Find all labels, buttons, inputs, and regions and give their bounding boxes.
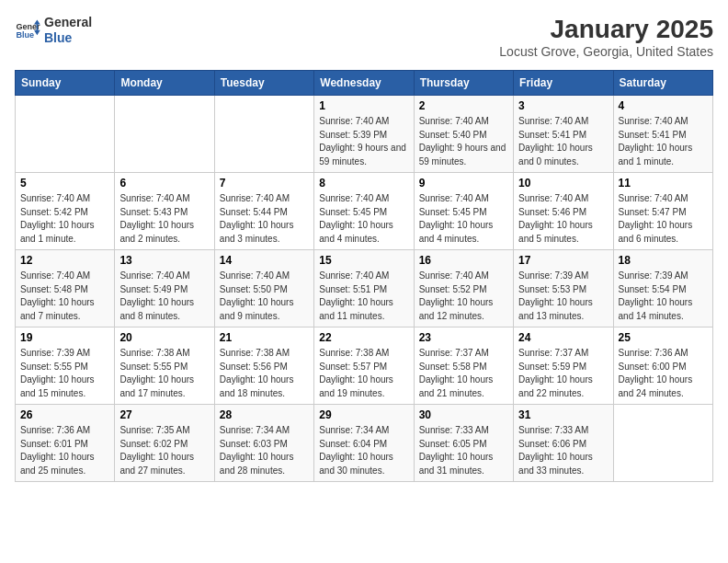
day-number: 17 — [518, 254, 608, 267]
calendar-cell: 29Sunrise: 7:34 AM Sunset: 6:04 PM Dayli… — [314, 405, 414, 482]
day-info: Sunrise: 7:40 AM Sunset: 5:51 PM Dayligh… — [319, 270, 408, 323]
calendar-cell: 5Sunrise: 7:40 AM Sunset: 5:42 PM Daylig… — [16, 173, 115, 250]
calendar-cell — [613, 405, 712, 482]
day-info: Sunrise: 7:35 AM Sunset: 6:02 PM Dayligh… — [119, 424, 209, 477]
calendar-cell: 7Sunrise: 7:40 AM Sunset: 5:44 PM Daylig… — [214, 173, 313, 250]
calendar-cell — [214, 96, 313, 173]
day-number: 28 — [220, 408, 309, 421]
day-info: Sunrise: 7:40 AM Sunset: 5:49 PM Dayligh… — [119, 270, 209, 323]
col-header-tuesday: Tuesday — [214, 71, 313, 96]
day-info: Sunrise: 7:34 AM Sunset: 6:03 PM Dayligh… — [220, 424, 309, 477]
calendar-cell: 23Sunrise: 7:37 AM Sunset: 5:58 PM Dayli… — [414, 327, 513, 405]
day-info: Sunrise: 7:33 AM Sunset: 6:06 PM Dayligh… — [518, 424, 608, 477]
day-number: 15 — [319, 254, 408, 267]
calendar-cell: 4Sunrise: 7:40 AM Sunset: 5:41 PM Daylig… — [613, 96, 712, 173]
day-number: 7 — [220, 177, 309, 190]
calendar-week-5: 26Sunrise: 7:36 AM Sunset: 6:01 PM Dayli… — [16, 405, 713, 482]
day-info: Sunrise: 7:39 AM Sunset: 5:55 PM Dayligh… — [20, 347, 109, 400]
calendar-cell: 1Sunrise: 7:40 AM Sunset: 5:39 PM Daylig… — [314, 96, 414, 173]
day-info: Sunrise: 7:40 AM Sunset: 5:52 PM Dayligh… — [419, 270, 508, 323]
calendar-cell: 28Sunrise: 7:34 AM Sunset: 6:03 PM Dayli… — [214, 405, 313, 482]
day-info: Sunrise: 7:37 AM Sunset: 5:59 PM Dayligh… — [518, 347, 608, 400]
calendar-week-2: 5Sunrise: 7:40 AM Sunset: 5:42 PM Daylig… — [16, 173, 713, 250]
day-info: Sunrise: 7:36 AM Sunset: 6:01 PM Dayligh… — [20, 424, 109, 477]
calendar-cell: 20Sunrise: 7:38 AM Sunset: 5:55 PM Dayli… — [115, 327, 214, 405]
day-info: Sunrise: 7:36 AM Sunset: 6:00 PM Dayligh… — [619, 347, 708, 400]
day-info: Sunrise: 7:40 AM Sunset: 5:44 PM Dayligh… — [220, 192, 309, 246]
calendar-cell — [16, 96, 115, 173]
calendar-cell: 15Sunrise: 7:40 AM Sunset: 5:51 PM Dayli… — [314, 250, 414, 327]
calendar-cell: 24Sunrise: 7:37 AM Sunset: 5:59 PM Dayli… — [514, 327, 613, 405]
calendar-table: SundayMondayTuesdayWednesdayThursdayFrid… — [15, 70, 713, 482]
day-info: Sunrise: 7:40 AM Sunset: 5:39 PM Dayligh… — [319, 115, 408, 168]
col-header-sunday: Sunday — [16, 71, 115, 96]
calendar-cell: 6Sunrise: 7:40 AM Sunset: 5:43 PM Daylig… — [115, 173, 214, 250]
calendar-week-3: 12Sunrise: 7:40 AM Sunset: 5:48 PM Dayli… — [16, 250, 713, 327]
day-number: 22 — [319, 331, 408, 344]
day-number: 14 — [220, 254, 309, 267]
calendar-cell: 16Sunrise: 7:40 AM Sunset: 5:52 PM Dayli… — [414, 250, 513, 327]
calendar-cell: 14Sunrise: 7:40 AM Sunset: 5:50 PM Dayli… — [214, 250, 313, 327]
day-info: Sunrise: 7:39 AM Sunset: 5:54 PM Dayligh… — [619, 270, 708, 323]
day-number: 23 — [419, 331, 508, 344]
calendar-cell: 3Sunrise: 7:40 AM Sunset: 5:41 PM Daylig… — [514, 96, 613, 173]
calendar-cell: 21Sunrise: 7:38 AM Sunset: 5:56 PM Dayli… — [214, 327, 313, 405]
day-number: 24 — [518, 331, 608, 344]
day-info: Sunrise: 7:40 AM Sunset: 5:43 PM Dayligh… — [119, 192, 209, 246]
day-info: Sunrise: 7:38 AM Sunset: 5:57 PM Dayligh… — [319, 347, 408, 400]
day-number: 21 — [220, 331, 309, 344]
day-number: 29 — [319, 408, 408, 421]
day-number: 3 — [518, 99, 608, 112]
day-number: 25 — [619, 331, 708, 344]
calendar-cell: 2Sunrise: 7:40 AM Sunset: 5:40 PM Daylig… — [414, 96, 513, 173]
calendar-cell: 22Sunrise: 7:38 AM Sunset: 5:57 PM Dayli… — [314, 327, 414, 405]
calendar-cell: 9Sunrise: 7:40 AM Sunset: 5:45 PM Daylig… — [414, 173, 513, 250]
day-info: Sunrise: 7:40 AM Sunset: 5:47 PM Dayligh… — [619, 192, 708, 246]
calendar-cell: 25Sunrise: 7:36 AM Sunset: 6:00 PM Dayli… — [613, 327, 712, 405]
day-number: 26 — [20, 408, 109, 421]
day-info: Sunrise: 7:38 AM Sunset: 5:56 PM Dayligh… — [220, 347, 309, 400]
calendar-cell: 27Sunrise: 7:35 AM Sunset: 6:02 PM Dayli… — [115, 405, 214, 482]
calendar-cell: 12Sunrise: 7:40 AM Sunset: 5:48 PM Dayli… — [16, 250, 115, 327]
day-info: Sunrise: 7:38 AM Sunset: 5:55 PM Dayligh… — [119, 347, 209, 400]
day-number: 19 — [20, 331, 109, 344]
calendar-subtitle: Locust Grove, Georgia, United States — [499, 44, 713, 59]
calendar-cell: 31Sunrise: 7:33 AM Sunset: 6:06 PM Dayli… — [514, 405, 613, 482]
day-number: 5 — [20, 177, 109, 190]
day-number: 12 — [20, 254, 109, 267]
calendar-cell: 8Sunrise: 7:40 AM Sunset: 5:45 PM Daylig… — [314, 173, 414, 250]
day-number: 1 — [319, 99, 408, 112]
col-header-monday: Monday — [115, 71, 214, 96]
title-block: January 2025 Locust Grove, Georgia, Unit… — [499, 15, 713, 59]
day-info: Sunrise: 7:40 AM Sunset: 5:46 PM Dayligh… — [518, 192, 608, 246]
col-header-friday: Friday — [514, 71, 613, 96]
calendar-cell: 18Sunrise: 7:39 AM Sunset: 5:54 PM Dayli… — [613, 250, 712, 327]
calendar-cell: 30Sunrise: 7:33 AM Sunset: 6:05 PM Dayli… — [414, 405, 513, 482]
calendar-cell: 19Sunrise: 7:39 AM Sunset: 5:55 PM Dayli… — [16, 327, 115, 405]
col-header-saturday: Saturday — [613, 71, 712, 96]
col-header-wednesday: Wednesday — [314, 71, 414, 96]
logo: General Blue General Blue — [15, 15, 92, 46]
calendar-cell: 10Sunrise: 7:40 AM Sunset: 5:46 PM Dayli… — [514, 173, 613, 250]
day-number: 4 — [619, 99, 708, 112]
day-number: 20 — [119, 331, 209, 344]
day-info: Sunrise: 7:40 AM Sunset: 5:40 PM Dayligh… — [419, 115, 508, 168]
calendar-cell: 17Sunrise: 7:39 AM Sunset: 5:53 PM Dayli… — [514, 250, 613, 327]
day-number: 30 — [419, 408, 508, 421]
calendar-header: SundayMondayTuesdayWednesdayThursdayFrid… — [16, 71, 713, 96]
calendar-cell: 11Sunrise: 7:40 AM Sunset: 5:47 PM Dayli… — [613, 173, 712, 250]
day-number: 16 — [419, 254, 508, 267]
day-info: Sunrise: 7:34 AM Sunset: 6:04 PM Dayligh… — [319, 424, 408, 477]
day-info: Sunrise: 7:40 AM Sunset: 5:41 PM Dayligh… — [518, 115, 608, 168]
day-info: Sunrise: 7:40 AM Sunset: 5:45 PM Dayligh… — [419, 192, 508, 246]
day-number: 11 — [619, 177, 708, 190]
logo-icon: General Blue — [15, 17, 40, 43]
calendar-week-4: 19Sunrise: 7:39 AM Sunset: 5:55 PM Dayli… — [16, 327, 713, 405]
svg-text:Blue: Blue — [16, 30, 34, 40]
day-info: Sunrise: 7:39 AM Sunset: 5:53 PM Dayligh… — [518, 270, 608, 323]
day-number: 13 — [119, 254, 209, 267]
day-info: Sunrise: 7:40 AM Sunset: 5:50 PM Dayligh… — [220, 270, 309, 323]
day-number: 8 — [319, 177, 408, 190]
day-number: 31 — [518, 408, 608, 421]
day-info: Sunrise: 7:40 AM Sunset: 5:42 PM Dayligh… — [20, 192, 109, 246]
